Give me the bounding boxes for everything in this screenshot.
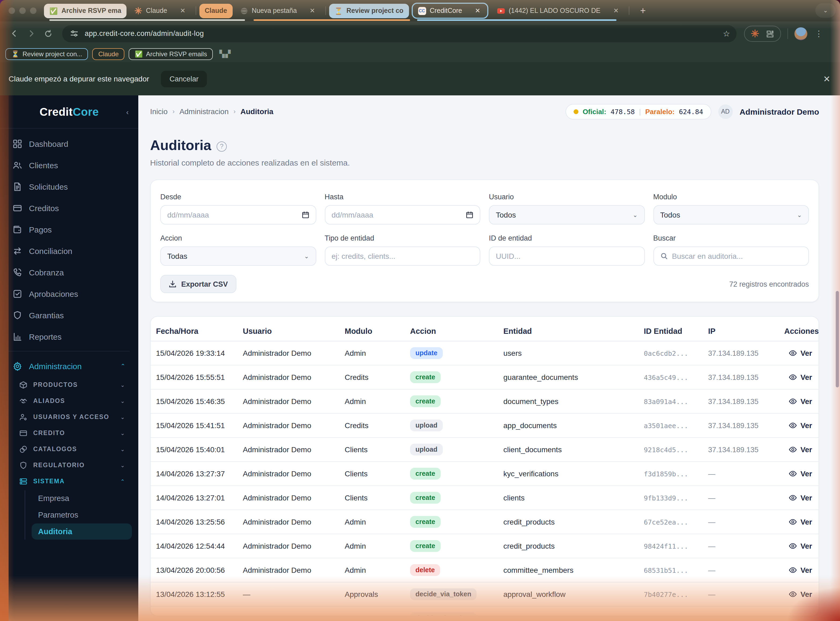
claude-extension-icon[interactable] (751, 29, 759, 38)
leaf-label: Auditoria (38, 527, 72, 536)
tab-nueva-close-icon[interactable]: ✕ (308, 7, 317, 14)
tab-creditcore-close-icon[interactable]: ✕ (473, 7, 482, 14)
modulo-select[interactable]: Todos ⌄ (653, 205, 809, 224)
window-controls[interactable] (9, 8, 36, 14)
ver-button[interactable]: Ver (784, 542, 814, 550)
tab-claude-close-icon[interactable]: ✕ (179, 7, 187, 14)
sidebar-leaf-parametros[interactable]: Parametros (32, 507, 132, 523)
ver-button[interactable]: Ver (784, 421, 814, 430)
url-text[interactable]: app.credit-core.com/admin/audit-log (85, 29, 204, 38)
forward-button[interactable] (24, 26, 39, 41)
sidebar-item-conciliacion[interactable]: Conciliacion (6, 240, 132, 262)
buscar-input[interactable]: Buscar en auditoria... (653, 247, 809, 266)
sidebar-item-administracion[interactable]: Administracion ⌃ (6, 355, 132, 377)
tipo-entidad-input[interactable]: ej: credits, clients... (324, 247, 480, 266)
calendar-icon[interactable] (466, 211, 473, 219)
usuario-label: Usuario (489, 193, 644, 201)
minimize-window-button[interactable] (19, 8, 26, 14)
leaf-label: Empresa (38, 494, 69, 503)
action-badge: decide_via_token (410, 612, 476, 616)
ver-button[interactable]: Ver (784, 373, 814, 382)
banner-close-icon[interactable]: ✕ (823, 74, 830, 84)
table-row: 14/04/2026 13:27:01 Administrador Demo C… (151, 486, 819, 510)
sidebar-item-solicitudes[interactable]: Solicitudes (6, 176, 132, 197)
site-settings-icon[interactable] (68, 28, 79, 39)
back-button[interactable] (6, 26, 21, 41)
id-entidad-input[interactable]: UUID... (489, 247, 644, 266)
ver-button[interactable]: Ver (784, 494, 814, 502)
table-row: 15/04/2026 15:41:51 Administrador Demo C… (151, 413, 819, 438)
sidebar-item-aprobaciones[interactable]: Aprobaciones (6, 283, 132, 304)
sidebar-item-pagos[interactable]: Pagos (6, 219, 132, 240)
chip-review-project[interactable]: ⏳ Review project con... (5, 48, 88, 60)
tab-youtube-close-icon[interactable]: ✕ (612, 7, 620, 14)
sidebar-collapse-icon[interactable]: ‹ (126, 108, 129, 116)
ver-button[interactable]: Ver (784, 518, 814, 526)
zoom-window-button[interactable] (30, 8, 36, 14)
sidebar-item-reportes[interactable]: Reportes (6, 326, 132, 347)
ver-button[interactable]: Ver (784, 566, 814, 574)
bookmark-star-icon[interactable]: ☆ (723, 29, 730, 38)
ver-button[interactable]: Ver (784, 349, 814, 357)
tab-nueva-pestana[interactable]: Nueva pestaña ✕ (235, 3, 322, 18)
help-icon[interactable]: ? (217, 141, 227, 151)
cancel-debug-button[interactable]: Cancelar (161, 70, 207, 87)
tab-separator (196, 6, 196, 15)
chip-claude[interactable]: Claude (92, 48, 124, 60)
tab-group-review-label[interactable]: ⏳ Review project co (329, 3, 409, 18)
chip-archive-rsvp[interactable]: ✅ Archive RSVP emails (129, 48, 213, 60)
close-window-button[interactable] (9, 8, 15, 14)
sidebar-group-credito[interactable]: CREDITO ⌄ (6, 425, 132, 441)
action-badge: create (410, 395, 441, 407)
breadcrumb-auditoria: Auditoria (240, 107, 273, 116)
ver-button[interactable]: Ver (784, 590, 814, 598)
hasta-date-input[interactable]: dd/mm/aaaa (324, 205, 480, 224)
sidebar-leaf-auditoria-active[interactable]: Auditoria (32, 524, 132, 539)
tab-groups-grid-icon[interactable]: ▚▞ (219, 50, 231, 58)
desde-date-input[interactable]: dd/mm/aaaa (160, 205, 316, 224)
cell-fecha: 13/04/2026 20:00:56 (156, 566, 243, 574)
sidebar-item-creditos[interactable]: Creditos (6, 197, 132, 219)
tab-youtube[interactable]: (1442) EL LADO OSCURO DE ✕ (491, 3, 626, 18)
accion-select[interactable]: Todas ⌄ (160, 247, 316, 266)
action-badge: create (410, 540, 441, 552)
sidebar-item-dashboard[interactable]: Dashboard (6, 133, 132, 154)
sidebar-group-regulatorio[interactable]: REGULATORIO ⌄ (6, 457, 132, 473)
tab-group-archive-label[interactable]: ✅ Archive RSVP ema (44, 3, 127, 18)
tab-creditcore-active[interactable]: CC CreditCore ✕ (411, 3, 488, 19)
breadcrumb-administracion[interactable]: Administracion (179, 107, 229, 116)
sidebar-group-sistema[interactable]: SISTEMA ⌃ (6, 473, 132, 489)
address-bar[interactable]: app.credit-core.com/admin/audit-log ☆ (62, 25, 737, 42)
ver-button[interactable]: Ver (784, 614, 814, 616)
tab-group-review-text: Review project co (347, 7, 404, 14)
sidebar-leaf-empresa[interactable]: Empresa (32, 490, 132, 506)
sidebar-item-clientes[interactable]: Clientes (6, 154, 132, 176)
hasta-label: Hasta (324, 193, 480, 201)
page-scrollbar-thumb[interactable] (836, 291, 839, 388)
export-csv-button[interactable]: Exportar CSV (160, 275, 237, 293)
tab-search-button[interactable]: ⌄ (815, 3, 836, 18)
reload-button[interactable] (41, 26, 56, 41)
sidebar-group-label: PRODUCTOS (33, 382, 78, 388)
browser-profile-avatar[interactable] (795, 27, 807, 40)
breadcrumb-inicio[interactable]: Inicio (150, 107, 168, 116)
sidebar-group-aliados[interactable]: ALIADOS ⌄ (6, 393, 132, 409)
usuario-select[interactable]: Todos ⌄ (489, 205, 644, 224)
ver-button[interactable]: Ver (784, 445, 814, 454)
user-avatar[interactable]: AD (718, 104, 732, 119)
sidebar-group-productos[interactable]: PRODUCTOS ⌄ (6, 377, 132, 393)
tab-claude[interactable]: Claude ✕ (129, 3, 193, 18)
sidebar-item-cobranza[interactable]: Cobranza (6, 262, 132, 283)
tab-group-claude-label[interactable]: Claude (199, 3, 232, 18)
ver-button[interactable]: Ver (784, 397, 814, 406)
sidebar-group-usuarios[interactable]: USUARIOS Y ACCESO ⌄ (6, 409, 132, 425)
sidebar-group-catalogos[interactable]: CATALOGOS ⌄ (6, 441, 132, 457)
browser-menu-icon[interactable]: ⋮ (815, 29, 823, 38)
sidebar-item-garantias[interactable]: Garantias (6, 304, 132, 326)
new-tab-button[interactable]: + (640, 5, 646, 16)
logo-core: Core (73, 105, 99, 118)
filter-tipo-entidad: Tipo de entidad ej: credits, clients... (324, 234, 480, 266)
calendar-icon[interactable] (302, 211, 309, 219)
extensions-puzzle-icon[interactable] (766, 29, 774, 38)
ver-button[interactable]: Ver (784, 470, 814, 478)
